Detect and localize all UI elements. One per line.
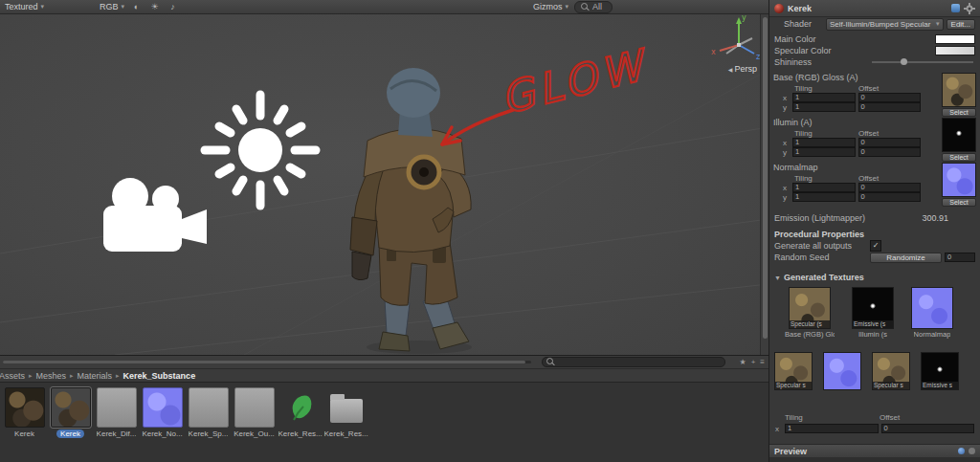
folder-thumbnail[interactable] bbox=[326, 387, 367, 428]
gear-icon[interactable] bbox=[964, 3, 975, 14]
generated-thumbnail[interactable]: Emissive (s bbox=[852, 287, 894, 329]
substance-thumbnail[interactable] bbox=[280, 387, 321, 428]
specular-color-swatch[interactable] bbox=[935, 46, 975, 55]
offset-y-field[interactable]: 0 bbox=[858, 102, 922, 112]
seed-field[interactable]: 0 bbox=[945, 253, 975, 262]
asset-tile[interactable]: Kerek_Ou... bbox=[232, 387, 277, 462]
breadcrumb-materials[interactable]: Materials bbox=[78, 371, 113, 381]
preview-option-icon[interactable] bbox=[958, 448, 965, 454]
offset-y-field[interactable]: 0 bbox=[858, 147, 922, 157]
breadcrumb-kerek-substance[interactable]: Kerek_Substance bbox=[123, 371, 196, 381]
breadcrumb-assets[interactable]: Assets bbox=[0, 371, 25, 381]
tiling-y-field[interactable]: 1 bbox=[792, 147, 856, 157]
generated-thumbnail[interactable]: Specular (s bbox=[789, 287, 831, 329]
tiling-y-field[interactable]: 1 bbox=[792, 102, 856, 112]
generated-texture[interactable]: Emissive (s Illumin (s bbox=[852, 287, 894, 339]
effects-icon[interactable]: ◐ bbox=[130, 2, 143, 11]
emission-value[interactable]: 300.91 bbox=[922, 213, 948, 223]
asset-label: Kerek_Res... bbox=[278, 429, 323, 438]
horizontal-scrollbar[interactable] bbox=[3, 361, 531, 363]
texture-thumbnail[interactable] bbox=[97, 387, 137, 428]
menu-icon[interactable]: ≡ bbox=[760, 358, 765, 366]
generated-texture[interactable]: Specular (s Base (RGB) Glo bbox=[785, 287, 835, 339]
asset-tile[interactable]: Kerek_Dif... bbox=[94, 387, 139, 462]
texture-thumbnail[interactable] bbox=[189, 387, 229, 428]
character-model[interactable] bbox=[350, 68, 472, 354]
gizmos-dropdown[interactable]: Gizmos ▾ bbox=[533, 2, 568, 11]
random-seed-label: Random Seed bbox=[774, 253, 870, 262]
draw-mode-dropdown[interactable]: Textured ▾ bbox=[5, 2, 44, 11]
camera-icon[interactable] bbox=[103, 178, 207, 252]
generate-outputs-checkbox[interactable]: ✓ bbox=[870, 240, 881, 252]
project-search-input[interactable] bbox=[542, 357, 725, 367]
tiling-x-field[interactable]: 1 bbox=[785, 424, 879, 433]
breadcrumb: Assets ▸ Meshes ▸ Materials ▸ Kerek_Subs… bbox=[0, 369, 768, 383]
scrollbar-thumb[interactable] bbox=[3, 361, 525, 363]
normalmap-thumbnail[interactable] bbox=[143, 387, 183, 428]
scrollbar-thumb[interactable] bbox=[763, 17, 768, 339]
shader-dropdown[interactable]: Self-Illumin/Bumped Specular ▾ bbox=[826, 18, 944, 31]
normalmap-texture-thumbnail[interactable] bbox=[942, 163, 976, 197]
offset-x-field[interactable]: 0 bbox=[881, 424, 975, 433]
generate-outputs-row: Generate all outputs ✓ bbox=[769, 240, 980, 252]
scene-viewport[interactable]: GLOW x y z ◀ Persp bbox=[0, 14, 768, 355]
texture-thumbnail[interactable] bbox=[51, 387, 91, 428]
asset-tile[interactable]: Kerek bbox=[2, 387, 47, 462]
tiling-x-field[interactable]: 1 bbox=[792, 93, 856, 102]
tiling-x-field[interactable]: 1 bbox=[792, 138, 856, 147]
generated-thumbnail[interactable] bbox=[911, 287, 953, 329]
preview-option-icon[interactable] bbox=[969, 448, 975, 454]
favorites-icon[interactable]: ★ bbox=[739, 358, 746, 366]
asset-tile[interactable]: Kerek_Sp... bbox=[186, 387, 231, 462]
base-texture-thumbnail[interactable] bbox=[942, 73, 976, 107]
generated-texture[interactable]: Normalmap bbox=[911, 287, 953, 339]
shininess-slider[interactable] bbox=[872, 61, 973, 63]
shader-edit-button[interactable]: Edit... bbox=[947, 19, 975, 30]
glow-text: GLOW bbox=[496, 39, 654, 123]
generated-thumbnail[interactable]: Specular s bbox=[872, 352, 910, 390]
breadcrumb-meshes[interactable]: Meshes bbox=[36, 371, 67, 381]
asset-tile-selected[interactable]: Kerek bbox=[48, 387, 93, 462]
slider-knob[interactable] bbox=[901, 58, 907, 65]
texture-thumbnail[interactable] bbox=[5, 387, 45, 428]
offset-x-field[interactable]: 0 bbox=[858, 183, 922, 192]
offset-y-field[interactable]: 0 bbox=[858, 192, 922, 202]
generated-caption: Base (RGB) Glo bbox=[785, 330, 835, 339]
offset-x-field[interactable]: 0 bbox=[858, 93, 922, 102]
add-filter-icon[interactable]: + bbox=[751, 358, 756, 366]
lighting-icon[interactable]: ☀ bbox=[148, 2, 161, 11]
persp-triangle-icon: ◀ bbox=[728, 66, 733, 73]
tiling-y-field[interactable]: 1 bbox=[792, 192, 856, 202]
generated-thumbnail[interactable]: Emissive s bbox=[921, 352, 959, 390]
scene-toolbar: Textured ▾ RGB ▾ ◐ ☀ ♪ Gizmos ▾ All bbox=[0, 0, 768, 14]
illumin-texture-thumbnail[interactable] bbox=[942, 118, 976, 152]
select-texture-button[interactable]: Select bbox=[942, 198, 976, 207]
substance-icon bbox=[288, 393, 313, 422]
offset-label: Offset bbox=[857, 129, 921, 138]
project-toolbar-icons: ★ + ≡ bbox=[739, 356, 765, 368]
scene-vertical-scrollbar[interactable] bbox=[760, 14, 768, 355]
generated-thumbnail[interactable]: Specular s bbox=[774, 352, 813, 390]
generated-thumbnail[interactable] bbox=[823, 352, 861, 390]
asset-tile[interactable]: Kerek_Res... bbox=[323, 387, 368, 462]
offset-x-field[interactable]: 0 bbox=[858, 138, 922, 147]
render-mode-dropdown[interactable]: RGB ▾ bbox=[100, 2, 124, 11]
asset-tile[interactable]: Kerek_Res... bbox=[278, 387, 323, 462]
scene-search-input[interactable]: All bbox=[574, 1, 612, 13]
shininess-label: Shininess bbox=[774, 57, 872, 67]
main-color-swatch[interactable] bbox=[935, 34, 975, 44]
axis-gizmo[interactable]: x y z bbox=[711, 14, 760, 61]
randomize-button[interactable]: Randomize bbox=[870, 253, 942, 263]
projection-mode-button[interactable]: ◀ Persp bbox=[728, 64, 757, 74]
preview-header[interactable]: Preview bbox=[769, 444, 980, 457]
tiling-x-field[interactable]: 1 bbox=[792, 183, 856, 192]
texture-thumbnail[interactable] bbox=[234, 387, 275, 428]
asset-tile[interactable]: Kerek_No... bbox=[140, 387, 185, 462]
chevron-down-icon: ▾ bbox=[565, 3, 568, 11]
sun-icon[interactable] bbox=[205, 95, 316, 206]
help-icon[interactable] bbox=[951, 4, 960, 12]
audio-icon[interactable]: ♪ bbox=[167, 2, 179, 11]
chevron-right-icon: ▸ bbox=[29, 372, 33, 380]
y-axis-label: y bbox=[783, 193, 790, 202]
generated-textures-foldout[interactable]: ▼ Generated Textures bbox=[769, 272, 980, 283]
